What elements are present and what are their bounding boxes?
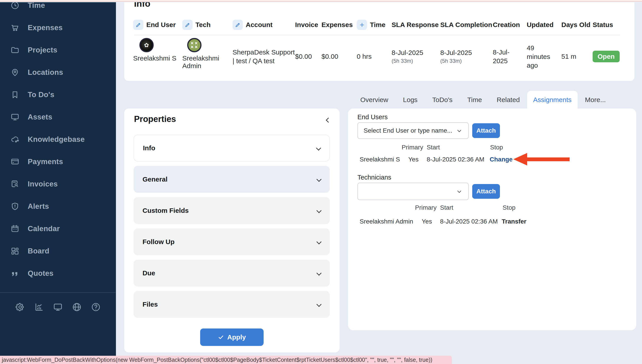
section-general[interactable]: General: [134, 166, 330, 193]
end-user-select[interactable]: Select End User or type name...: [358, 122, 469, 139]
tab-assignments[interactable]: Assignments: [527, 91, 578, 108]
sla-response-date: 8-Jul-2025: [392, 49, 440, 56]
chevron-down-icon: [316, 177, 322, 182]
edit-account-button[interactable]: [232, 20, 243, 30]
expenses-cell: $0.00: [322, 53, 357, 60]
board-icon: [10, 246, 20, 256]
cloud-share-icon: [10, 135, 20, 144]
chevron-down-icon: [316, 302, 322, 307]
chevron-down-icon: [316, 146, 321, 151]
sidebar-item-todos[interactable]: To Do's: [0, 84, 116, 106]
section-label: Due: [142, 269, 155, 277]
end-user-name: Sreelakshmi S: [133, 54, 182, 62]
sidebar-item-knowledgebase[interactable]: Knowledgebase: [0, 128, 116, 150]
end-user-row-name: Sreelakshmi S: [360, 156, 400, 163]
account-cell[interactable]: SherpaDesk Support | test / QA test: [232, 48, 295, 65]
credit-card-icon: [10, 157, 20, 166]
ticket-info-card: Info End User Tech Account Invoice Expen…: [124, 2, 634, 81]
sla-completion-cell: 8-Jul-2025 (5h 33m): [440, 49, 493, 64]
column-invoice: Invoice: [295, 21, 322, 28]
column-label: Creation: [493, 21, 520, 28]
display-icon[interactable]: [53, 302, 63, 312]
status-bar-text: javascript:WebForm_DoPostBackWithOptions…: [0, 357, 432, 363]
sidebar-item-label: Projects: [28, 46, 58, 54]
sidebar-item-locations[interactable]: Locations: [0, 61, 116, 84]
column-label: Expenses: [322, 21, 353, 28]
sidebar-item-quotes[interactable]: Quotes: [0, 262, 116, 284]
globe-icon[interactable]: [72, 302, 82, 312]
end-user-row-start: 8-Jul-2025 02:36 AM: [427, 156, 484, 163]
attach-end-user-button[interactable]: Attach: [472, 123, 500, 138]
collapse-panel-button[interactable]: [326, 118, 330, 123]
tech-cell[interactable]: ✕✕✕✕ Sreelakshmi Admin: [182, 35, 232, 70]
attach-technician-button[interactable]: Attach: [472, 184, 500, 199]
end-user-cell[interactable]: ✿ Sreelakshmi S: [133, 35, 182, 62]
apply-button[interactable]: Apply: [200, 328, 264, 346]
chevron-down-icon: [316, 271, 322, 276]
properties-title: Properties: [134, 114, 176, 124]
column-time: Time: [357, 20, 392, 30]
sidebar-item-assets[interactable]: Assets: [0, 106, 116, 128]
column-days-old: Days Old: [561, 21, 593, 28]
section-custom-fields[interactable]: Custom Fields: [134, 197, 330, 224]
section-due[interactable]: Due: [134, 260, 330, 286]
properties-panel: Properties Info General Custom Fields Fo…: [124, 108, 340, 352]
cart-icon: [10, 23, 20, 32]
edit-tech-button[interactable]: [182, 20, 192, 30]
creation-cell: 8-Jul-2025: [493, 48, 527, 65]
sidebar-item-calendar[interactable]: Calendar: [0, 218, 116, 240]
tab-time[interactable]: Time: [460, 91, 490, 108]
settings-icon[interactable]: [15, 302, 25, 312]
end-user-row-primary: Yes: [408, 156, 418, 163]
transfer-link[interactable]: Transfer: [502, 218, 526, 225]
end-users-label: End Users: [358, 114, 388, 121]
end-user-avatar: ✿: [140, 38, 154, 52]
sidebar-item-label: Payments: [28, 158, 63, 166]
sidebar-item-alerts[interactable]: Alerts: [0, 195, 116, 218]
section-info[interactable]: Info: [134, 135, 330, 162]
column-sla-response: SLA Response: [392, 21, 440, 28]
sidebar-item-label: Locations: [28, 68, 63, 76]
sidebar-item-expenses[interactable]: Expenses: [0, 16, 116, 39]
add-time-button[interactable]: [357, 20, 367, 30]
tab-todos[interactable]: ToDo's: [425, 91, 460, 108]
column-creation: Creation: [493, 21, 527, 28]
technician-row-primary: Yes: [422, 218, 432, 225]
tab-logs[interactable]: Logs: [396, 91, 425, 108]
status-badge[interactable]: Open: [593, 51, 620, 62]
column-tech: Tech: [182, 20, 232, 30]
end-users-stop-header: Stop: [490, 144, 503, 151]
section-follow-up[interactable]: Follow Up: [134, 228, 330, 255]
sidebar-item-invoices[interactable]: Invoices: [0, 173, 116, 195]
invoice-cell: $0.00: [295, 53, 322, 60]
sidebar-item-projects[interactable]: Projects: [0, 39, 116, 61]
shield-alert-icon: [10, 202, 20, 211]
sidebar-item-time[interactable]: Time: [0, 2, 116, 16]
help-icon[interactable]: [91, 302, 101, 312]
chevron-left-icon: [326, 118, 331, 123]
map-pin-icon: [10, 68, 20, 77]
tab-more[interactable]: More...: [578, 91, 613, 108]
ticket-tabs: Overview Logs ToDo's Time Related Assign…: [353, 91, 613, 108]
section-files[interactable]: Files: [134, 291, 330, 318]
column-expenses: Expenses: [322, 21, 357, 28]
section-label: Custom Fields: [142, 207, 189, 214]
apply-label: Apply: [227, 334, 246, 341]
column-status: Status: [593, 21, 630, 28]
pencil-icon: [235, 22, 241, 28]
folder-icon: [10, 45, 20, 55]
technician-select[interactable]: [358, 183, 469, 200]
analytics-icon[interactable]: [34, 302, 44, 312]
tab-overview[interactable]: Overview: [353, 91, 396, 108]
sidebar-item-label: Board: [28, 247, 49, 255]
change-link[interactable]: Change: [490, 156, 513, 163]
sidebar-item-board[interactable]: Board: [0, 240, 116, 262]
sidebar-item-payments[interactable]: Payments: [0, 150, 116, 173]
edit-end-user-button[interactable]: [133, 20, 144, 30]
monitor-icon: [10, 112, 20, 122]
status-cell: Open: [593, 51, 630, 62]
sla-response-detail: (5h 33m): [392, 58, 440, 64]
tab-related[interactable]: Related: [489, 91, 527, 108]
days-old-cell: 51 m: [561, 53, 593, 60]
browser-status-bar: javascript:WebForm_DoPostBackWithOptions…: [0, 356, 452, 364]
